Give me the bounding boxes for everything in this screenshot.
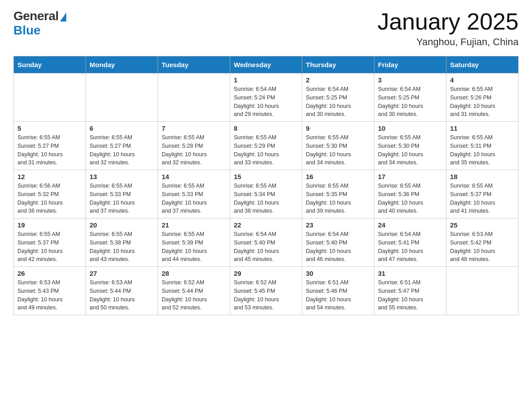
calendar-cell: 26Sunrise: 6:53 AMSunset: 5:43 PMDayligh… (14, 267, 86, 315)
day-info: Sunrise: 6:55 AMSunset: 5:36 PMDaylight:… (378, 183, 423, 214)
calendar-week-row: 26Sunrise: 6:53 AMSunset: 5:43 PMDayligh… (14, 267, 519, 315)
calendar-cell: 21Sunrise: 6:55 AMSunset: 5:39 PMDayligh… (158, 218, 230, 267)
day-info: Sunrise: 6:51 AMSunset: 5:46 PMDaylight:… (306, 279, 351, 311)
calendar-cell: 22Sunrise: 6:54 AMSunset: 5:40 PMDayligh… (230, 218, 302, 267)
calendar-cell: 15Sunrise: 6:55 AMSunset: 5:34 PMDayligh… (230, 170, 302, 218)
day-number: 26 (17, 270, 82, 277)
logo-triangle-icon (60, 13, 66, 21)
day-number: 22 (234, 221, 298, 229)
day-info: Sunrise: 6:54 AMSunset: 5:41 PMDaylight:… (378, 231, 423, 262)
day-info: Sunrise: 6:55 AMSunset: 5:30 PMDaylight:… (306, 134, 351, 166)
calendar-cell: 3Sunrise: 6:54 AMSunset: 5:25 PMDaylight… (374, 73, 446, 122)
calendar-cell: 29Sunrise: 6:52 AMSunset: 5:45 PMDayligh… (230, 267, 302, 315)
calendar-cell (14, 73, 86, 122)
calendar-cell: 17Sunrise: 6:55 AMSunset: 5:36 PMDayligh… (374, 170, 446, 218)
day-info: Sunrise: 6:51 AMSunset: 5:47 PMDaylight:… (378, 279, 423, 311)
day-info: Sunrise: 6:52 AMSunset: 5:44 PMDaylight:… (162, 279, 207, 311)
calendar-cell: 24Sunrise: 6:54 AMSunset: 5:41 PMDayligh… (374, 218, 446, 267)
day-number: 11 (450, 124, 515, 132)
calendar-cell (86, 73, 158, 122)
calendar-week-row: 12Sunrise: 6:56 AMSunset: 5:32 PMDayligh… (14, 170, 519, 218)
day-number: 27 (90, 270, 154, 277)
day-number: 12 (17, 173, 82, 180)
logo-blue-text: Blue (13, 23, 41, 38)
calendar-cell: 27Sunrise: 6:53 AMSunset: 5:44 PMDayligh… (86, 267, 158, 315)
day-info: Sunrise: 6:54 AMSunset: 5:40 PMDaylight:… (306, 231, 351, 262)
calendar-title: January 2025 (378, 9, 519, 34)
calendar-week-row: 5Sunrise: 6:55 AMSunset: 5:27 PMDaylight… (14, 122, 519, 170)
day-number: 10 (378, 124, 442, 132)
day-info: Sunrise: 6:53 AMSunset: 5:42 PMDaylight:… (450, 231, 495, 262)
day-number: 17 (378, 173, 442, 180)
calendar-cell: 20Sunrise: 6:55 AMSunset: 5:38 PMDayligh… (86, 218, 158, 267)
calendar-cell: 25Sunrise: 6:53 AMSunset: 5:42 PMDayligh… (446, 218, 519, 267)
day-info: Sunrise: 6:55 AMSunset: 5:28 PMDaylight:… (162, 134, 207, 166)
day-number: 3 (378, 76, 442, 84)
day-number: 23 (306, 221, 370, 229)
calendar-cell: 19Sunrise: 6:55 AMSunset: 5:37 PMDayligh… (14, 218, 86, 267)
day-info: Sunrise: 6:52 AMSunset: 5:45 PMDaylight:… (234, 279, 279, 311)
calendar-cell: 1Sunrise: 6:54 AMSunset: 5:24 PMDaylight… (230, 73, 302, 122)
calendar-cell (158, 73, 230, 122)
day-number: 13 (90, 173, 154, 180)
title-block: January 2025 Yanghou, Fujian, China (378, 9, 519, 48)
calendar-cell: 12Sunrise: 6:56 AMSunset: 5:32 PMDayligh… (14, 170, 86, 218)
day-info: Sunrise: 6:55 AMSunset: 5:30 PMDaylight:… (378, 134, 423, 166)
calendar-cell: 31Sunrise: 6:51 AMSunset: 5:47 PMDayligh… (374, 267, 446, 315)
calendar-cell: 16Sunrise: 6:55 AMSunset: 5:35 PMDayligh… (302, 170, 374, 218)
calendar-cell: 5Sunrise: 6:55 AMSunset: 5:27 PMDaylight… (14, 122, 86, 170)
day-number: 15 (234, 173, 298, 180)
day-number: 28 (162, 270, 226, 277)
calendar-cell: 23Sunrise: 6:54 AMSunset: 5:40 PMDayligh… (302, 218, 374, 267)
calendar-cell: 2Sunrise: 6:54 AMSunset: 5:25 PMDaylight… (302, 73, 374, 122)
day-number: 31 (378, 270, 442, 277)
column-header-wednesday: Wednesday (230, 56, 302, 73)
day-number: 30 (306, 270, 370, 277)
column-header-sunday: Sunday (14, 56, 86, 73)
day-info: Sunrise: 6:55 AMSunset: 5:34 PMDaylight:… (234, 183, 279, 214)
day-info: Sunrise: 6:55 AMSunset: 5:26 PMDaylight:… (450, 86, 495, 117)
calendar-cell: 28Sunrise: 6:52 AMSunset: 5:44 PMDayligh… (158, 267, 230, 315)
calendar-cell: 6Sunrise: 6:55 AMSunset: 5:27 PMDaylight… (86, 122, 158, 170)
day-info: Sunrise: 6:54 AMSunset: 5:24 PMDaylight:… (234, 86, 279, 117)
calendar-cell: 10Sunrise: 6:55 AMSunset: 5:30 PMDayligh… (374, 122, 446, 170)
calendar-cell: 14Sunrise: 6:55 AMSunset: 5:33 PMDayligh… (158, 170, 230, 218)
calendar-location: Yanghou, Fujian, China (378, 36, 519, 48)
day-info: Sunrise: 6:53 AMSunset: 5:43 PMDaylight:… (17, 279, 63, 311)
day-info: Sunrise: 6:54 AMSunset: 5:25 PMDaylight:… (378, 86, 423, 117)
day-info: Sunrise: 6:53 AMSunset: 5:44 PMDaylight:… (90, 279, 135, 311)
day-number: 6 (90, 124, 154, 132)
page-header: General Blue January 2025 Yanghou, Fujia… (13, 9, 519, 48)
day-number: 5 (17, 124, 82, 132)
day-info: Sunrise: 6:55 AMSunset: 5:39 PMDaylight:… (162, 231, 207, 262)
day-number: 19 (17, 221, 82, 229)
day-info: Sunrise: 6:55 AMSunset: 5:31 PMDaylight:… (450, 134, 495, 166)
column-header-saturday: Saturday (446, 56, 519, 73)
day-number: 21 (162, 221, 226, 229)
column-header-friday: Friday (374, 56, 446, 73)
column-header-thursday: Thursday (302, 56, 374, 73)
day-number: 16 (306, 173, 370, 180)
day-info: Sunrise: 6:55 AMSunset: 5:35 PMDaylight:… (306, 183, 351, 214)
day-info: Sunrise: 6:55 AMSunset: 5:37 PMDaylight:… (17, 231, 63, 262)
day-info: Sunrise: 6:55 AMSunset: 5:37 PMDaylight:… (450, 183, 495, 214)
day-number: 24 (378, 221, 442, 229)
day-number: 7 (162, 124, 226, 132)
calendar-cell: 9Sunrise: 6:55 AMSunset: 5:30 PMDaylight… (302, 122, 374, 170)
calendar-cell (446, 267, 519, 315)
day-info: Sunrise: 6:54 AMSunset: 5:25 PMDaylight:… (306, 86, 351, 117)
day-number: 9 (306, 124, 370, 132)
day-info: Sunrise: 6:55 AMSunset: 5:29 PMDaylight:… (234, 134, 279, 166)
calendar-header-row: SundayMondayTuesdayWednesdayThursdayFrid… (14, 56, 519, 73)
calendar-table: SundayMondayTuesdayWednesdayThursdayFrid… (13, 56, 519, 315)
calendar-cell: 11Sunrise: 6:55 AMSunset: 5:31 PMDayligh… (446, 122, 519, 170)
calendar-cell: 30Sunrise: 6:51 AMSunset: 5:46 PMDayligh… (302, 267, 374, 315)
day-number: 18 (450, 173, 515, 180)
day-info: Sunrise: 6:55 AMSunset: 5:27 PMDaylight:… (17, 134, 63, 166)
calendar-week-row: 1Sunrise: 6:54 AMSunset: 5:24 PMDaylight… (14, 73, 519, 122)
column-header-tuesday: Tuesday (158, 56, 230, 73)
day-number: 8 (234, 124, 298, 132)
day-number: 1 (234, 76, 298, 84)
day-number: 2 (306, 76, 370, 84)
calendar-cell: 7Sunrise: 6:55 AMSunset: 5:28 PMDaylight… (158, 122, 230, 170)
